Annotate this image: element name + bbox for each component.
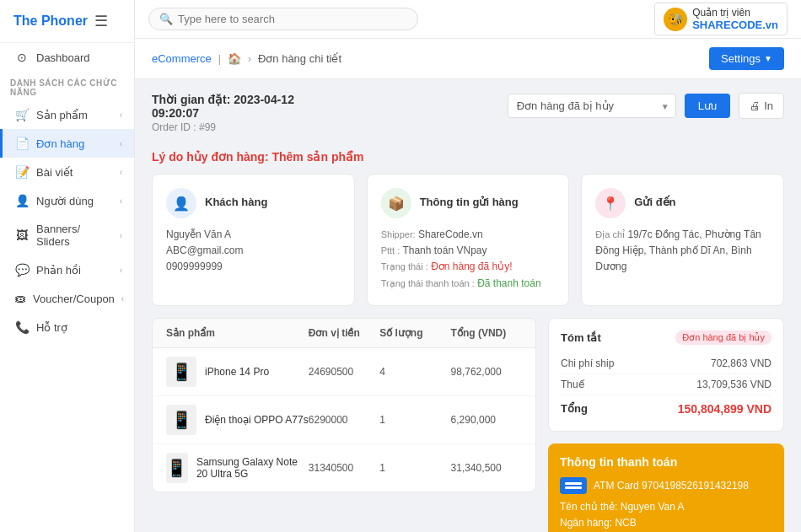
sidebar: The Phoner ☰ ⊙ Dashboard DANH SÁCH CÁC C…	[0, 0, 135, 532]
product-name-3: Samsung Galaxy Note 20 Ultra 5G	[196, 456, 309, 480]
sidebar-item-label: Đơn hàng	[36, 137, 113, 150]
order-time-value: 09:20:07	[152, 106, 294, 120]
chevron-right-icon: ‹	[120, 168, 122, 177]
summary-title: Tóm tắt	[561, 331, 601, 344]
payment-card: Thông tin thanh toán ATM Card 9704198526…	[548, 443, 784, 532]
customer-card-header: 👤 Khách hàng	[166, 188, 341, 218]
breadcrumb-ecommerce[interactable]: eCommerce	[152, 52, 212, 65]
table-header: Sản phẩm Đơn vị tiền Số lượng Tổng (VND)	[153, 319, 535, 348]
holder-value: Nguyen Van A	[621, 501, 685, 513]
payment-info: Tên chủ thẻ: Nguyen Van A Ngân hàng: NCB	[560, 499, 772, 531]
card-line-2	[565, 486, 582, 489]
printer-icon: 🖨	[750, 99, 761, 112]
sidebar-item-banners[interactable]: 🖼 Banners/ Sliders ‹	[0, 215, 134, 255]
status-select[interactable]: Đơn hàng đã bị hủy Đang xử lý Đang giao …	[508, 94, 676, 118]
sidebar-item-nguoi-dung[interactable]: 👤 Người dùng ‹	[0, 186, 134, 215]
sidebar-item-label: Phản hồi	[36, 264, 113, 277]
unit-price-3: 31340500	[309, 462, 379, 474]
sidebar-item-label: Bài viết	[36, 166, 113, 179]
info-cards-row: 👤 Khách hàng Nguyễn Văn A ABC@gmail.com …	[152, 174, 784, 306]
status-select-wrapper: Đơn hàng đã bị hủy Đang xử lý Đang giao …	[508, 94, 676, 118]
breadcrumb-current: Đơn hàng chi tiết	[258, 52, 341, 65]
tax-label: Thuế	[561, 379, 584, 390]
order-header: Thời gian đặt: 2023-04-12 09:20:07 Order…	[152, 93, 294, 133]
order-icon: 📄	[14, 137, 30, 150]
sidebar-logo-area: The Phoner ☰	[0, 0, 134, 43]
admin-info: Quản trị viên SHARECODE.vn	[692, 7, 778, 31]
table-row: 📱 iPhone 14 Pro 24690500 4 98,762,000	[153, 348, 535, 396]
search-icon: 🔍	[159, 13, 173, 25]
chevron-right-icon: ‹	[121, 294, 124, 304]
col-left: Sản phẩm Đơn vị tiền Số lượng Tổng (VND)…	[152, 318, 536, 504]
quantity-3: 1	[379, 462, 450, 474]
breadcrumb-sep1: |	[218, 53, 221, 65]
order-id: Order ID : #99	[152, 121, 294, 133]
delivery-card-title: Gửi đến	[634, 196, 675, 208]
customer-card: 👤 Khách hàng Nguyễn Văn A ABC@gmail.com …	[152, 174, 355, 306]
delivery-avatar-icon: 📍	[595, 188, 626, 218]
customer-name: Nguyễn Văn A	[166, 227, 341, 243]
breadcrumb-home-icon[interactable]: 🏠	[228, 52, 241, 65]
payment-card-row: ATM Card 9704198526191432198	[560, 477, 772, 494]
delivery-card: 📍 Gửi đến Địa chỉ 19/7c Đồng Tác, Phường…	[581, 174, 784, 306]
card-number: ATM Card 9704198526191432198	[594, 480, 749, 492]
order-controls: Đơn hàng đã bị hủy Đang xử lý Đang giao …	[508, 93, 784, 119]
search-box[interactable]: 🔍	[148, 8, 418, 30]
sidebar-item-label: Voucher/Coupon	[33, 293, 115, 305]
product-img-1: 📱	[166, 357, 196, 387]
summary-card: Tóm tắt Đơn hàng đã bị hủy Chi phí ship …	[548, 318, 784, 432]
bank-row: Ngân hàng: NCB	[560, 515, 772, 531]
admin-avatar-icon: 🐝	[664, 8, 687, 31]
product-name-2: Điện thoại OPPO A77s	[205, 414, 309, 426]
total-value: 150,804,899 VND	[678, 402, 771, 416]
product-cell-2: 📱 Điện thoại OPPO A77s	[166, 405, 309, 435]
col-quantity-header: Số lượng	[379, 327, 450, 339]
customer-phone: 0909999999	[166, 259, 341, 275]
two-col-layout: Sản phẩm Đơn vị tiền Số lượng Tổng (VND)…	[152, 318, 784, 532]
tax-value: 13,709,536 VND	[696, 379, 771, 390]
admin-badge: 🐝 Quản trị viên SHARECODE.vn	[654, 3, 788, 35]
shipping-card-title: Thông tin gửi hàng	[420, 196, 519, 208]
summary-shipping-row: Chi phí ship 702,863 VND	[561, 353, 771, 374]
search-input[interactable]	[178, 13, 407, 25]
voucher-icon: 🎟	[14, 292, 26, 305]
col-unit-price-header: Đơn vị tiền	[309, 327, 379, 339]
sidebar-item-ho-tro[interactable]: 📞 Hỗ trợ	[0, 313, 134, 341]
chevron-right-icon: ‹	[120, 139, 122, 148]
cancel-reason: Lý do hủy đơn hàng: Thêm sản phẩm	[152, 150, 784, 164]
sidebar-item-label: Banners/ Sliders	[36, 223, 113, 248]
summary-status-badge: Đơn hàng đã bị hủy	[675, 330, 771, 345]
shipper-row: Shipper: ShareCode.vn	[381, 227, 556, 243]
table-row: 📱 Samsung Galaxy Note 20 Ultra 5G 313405…	[153, 444, 535, 492]
sidebar-item-don-hang[interactable]: 📄 Đơn hàng ‹	[0, 129, 134, 158]
sidebar-item-san-pham[interactable]: 🛒 Sản phẩm ‹	[0, 100, 134, 129]
shipping-label: Chi phí ship	[561, 357, 614, 369]
sidebar-item-voucher[interactable]: 🎟 Voucher/Coupon ‹	[0, 284, 134, 313]
sidebar-item-phan-hoi[interactable]: 💬 Phản hồi ‹	[0, 255, 134, 284]
product-img-3: 📱	[166, 453, 188, 483]
sidebar-item-label: Dashboard	[36, 51, 122, 64]
shipping-card: 📦 Thông tin gửi hàng Shipper: ShareCode.…	[367, 174, 570, 306]
products-table: Sản phẩm Đơn vị tiền Số lượng Tổng (VND)…	[152, 318, 536, 492]
save-button[interactable]: Lưu	[685, 94, 730, 118]
shipper-value: ShareCode.vn	[418, 228, 483, 240]
unit-price-2: 6290000	[309, 414, 379, 426]
menu-toggle-icon[interactable]: ☰	[94, 12, 108, 30]
customer-avatar-icon: 👤	[166, 188, 196, 218]
sidebar-item-bai-viet[interactable]: 📝 Bài viết ‹	[0, 158, 134, 186]
chevron-right-icon: ‹	[120, 231, 122, 240]
delivery-card-header: 📍 Gửi đến	[595, 188, 770, 218]
sidebar-item-label: Người dùng	[36, 195, 113, 207]
settings-button[interactable]: Settings ▼	[709, 47, 784, 70]
quantity-2: 1	[379, 414, 450, 426]
col-product-header: Sản phẩm	[166, 327, 309, 339]
shipping-value: 702,863 VND	[711, 357, 771, 369]
sidebar-item-dashboard[interactable]: ⊙ Dashboard	[0, 43, 134, 72]
top-header: 🔍 🐝 Quản trị viên SHARECODE.vn	[135, 0, 801, 39]
print-button[interactable]: 🖨 In	[739, 93, 784, 119]
payment-status-value: Đã thanh toán	[477, 277, 540, 289]
brand-label: SHARECODE.vn	[692, 19, 778, 31]
shopping-icon: 🛒	[14, 108, 30, 121]
col-total-header: Tổng (VND)	[451, 327, 522, 339]
content-area: Thời gian đặt: 2023-04-12 09:20:07 Order…	[135, 79, 801, 532]
